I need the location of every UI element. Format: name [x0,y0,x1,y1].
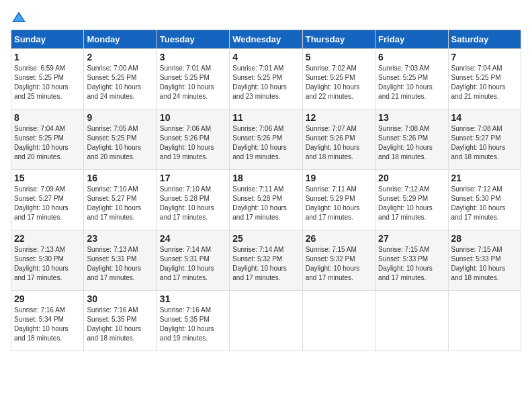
page-header [11,11,521,24]
calendar-day-6: 6Sunrise: 7:03 AM Sunset: 5:25 PM Daylig… [375,49,448,109]
logo [11,11,30,24]
header-friday: Friday [375,30,448,49]
calendar-day-18: 18Sunrise: 7:11 AM Sunset: 5:28 PM Dayli… [230,170,302,230]
calendar-day-31: 31Sunrise: 7:16 AM Sunset: 5:35 PM Dayli… [157,291,229,351]
calendar-day-9: 9Sunrise: 7:05 AM Sunset: 5:25 PM Daylig… [84,109,157,170]
header-thursday: Thursday [302,30,375,49]
calendar-day-21: 21Sunrise: 7:12 AM Sunset: 5:30 PM Dayli… [448,170,521,230]
calendar-day-26: 26Sunrise: 7:15 AM Sunset: 5:32 PM Dayli… [302,230,375,291]
calendar-day-15: 15Sunrise: 7:09 AM Sunset: 5:27 PM Dayli… [11,170,84,230]
calendar-day-25: 25Sunrise: 7:14 AM Sunset: 5:32 PM Dayli… [230,230,302,291]
calendar-day-28: 28Sunrise: 7:15 AM Sunset: 5:33 PM Dayli… [448,230,521,291]
header-sunday: Sunday [11,30,84,49]
calendar-day-29: 29Sunrise: 7:16 AM Sunset: 5:34 PM Dayli… [11,291,84,351]
header-tuesday: Tuesday [157,30,229,49]
calendar-day-2: 2Sunrise: 7:00 AM Sunset: 5:25 PM Daylig… [84,49,157,109]
header-wednesday: Wednesday [230,30,302,49]
calendar-table: SundayMondayTuesdayWednesdayThursdayFrid… [11,30,521,351]
calendar-empty [230,291,302,351]
calendar-day-27: 27Sunrise: 7:15 AM Sunset: 5:33 PM Dayli… [375,230,448,291]
calendar-day-8: 8Sunrise: 7:04 AM Sunset: 5:25 PM Daylig… [11,109,84,170]
calendar-day-22: 22Sunrise: 7:13 AM Sunset: 5:30 PM Dayli… [11,230,84,291]
calendar-day-24: 24Sunrise: 7:14 AM Sunset: 5:31 PM Dayli… [157,230,229,291]
header-monday: Monday [84,30,157,49]
calendar-day-13: 13Sunrise: 7:08 AM Sunset: 5:26 PM Dayli… [375,109,448,170]
logo-icon [11,11,27,24]
days-header-row: SundayMondayTuesdayWednesdayThursdayFrid… [11,30,521,49]
calendar-day-30: 30Sunrise: 7:16 AM Sunset: 5:35 PM Dayli… [84,291,157,351]
calendar-week-4: 29Sunrise: 7:16 AM Sunset: 5:34 PM Dayli… [11,291,521,351]
calendar-day-17: 17Sunrise: 7:10 AM Sunset: 5:28 PM Dayli… [157,170,229,230]
calendar-week-2: 15Sunrise: 7:09 AM Sunset: 5:27 PM Dayli… [11,170,521,230]
calendar-week-0: 1Sunrise: 6:59 AM Sunset: 5:25 PM Daylig… [11,49,521,109]
calendar-week-3: 22Sunrise: 7:13 AM Sunset: 5:30 PM Dayli… [11,230,521,291]
calendar-day-1: 1Sunrise: 6:59 AM Sunset: 5:25 PM Daylig… [11,49,84,109]
calendar-day-10: 10Sunrise: 7:06 AM Sunset: 5:26 PM Dayli… [157,109,229,170]
header-saturday: Saturday [448,30,521,49]
calendar-day-3: 3Sunrise: 7:01 AM Sunset: 5:25 PM Daylig… [157,49,229,109]
calendar-day-16: 16Sunrise: 7:10 AM Sunset: 5:27 PM Dayli… [84,170,157,230]
calendar-empty [448,291,521,351]
calendar-day-11: 11Sunrise: 7:06 AM Sunset: 5:26 PM Dayli… [230,109,302,170]
calendar-day-4: 4Sunrise: 7:01 AM Sunset: 5:25 PM Daylig… [230,49,302,109]
calendar-day-7: 7Sunrise: 7:04 AM Sunset: 5:25 PM Daylig… [448,49,521,109]
calendar-day-5: 5Sunrise: 7:02 AM Sunset: 5:25 PM Daylig… [302,49,375,109]
calendar-day-23: 23Sunrise: 7:13 AM Sunset: 5:31 PM Dayli… [84,230,157,291]
calendar-empty [375,291,448,351]
calendar-week-1: 8Sunrise: 7:04 AM Sunset: 5:25 PM Daylig… [11,109,521,170]
calendar-day-20: 20Sunrise: 7:12 AM Sunset: 5:29 PM Dayli… [375,170,448,230]
calendar-day-19: 19Sunrise: 7:11 AM Sunset: 5:29 PM Dayli… [302,170,375,230]
calendar-day-12: 12Sunrise: 7:07 AM Sunset: 5:26 PM Dayli… [302,109,375,170]
calendar-empty [302,291,375,351]
calendar-day-14: 14Sunrise: 7:08 AM Sunset: 5:27 PM Dayli… [448,109,521,170]
